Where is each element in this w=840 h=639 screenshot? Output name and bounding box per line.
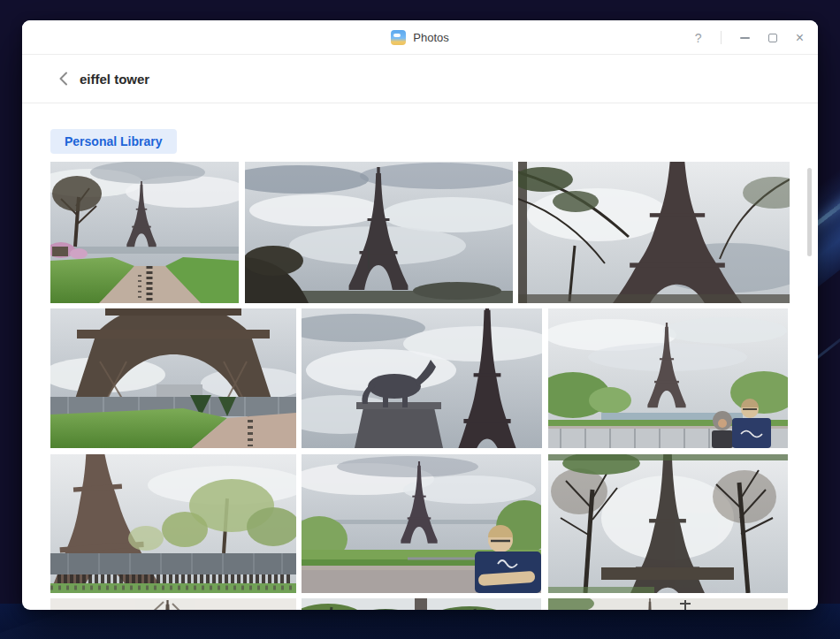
photo-thumbnail[interactable] (50, 308, 296, 448)
photo-thumbnail[interactable] (518, 162, 790, 303)
vertical-scrollbar[interactable] (807, 168, 812, 256)
photo-thumbnail[interactable] (548, 308, 788, 448)
photo-thumbnail[interactable] (302, 598, 541, 610)
photos-app-window: Photos ? × eiffel tower Personal Library (22, 20, 818, 610)
photo-thumbnail[interactable] (50, 454, 296, 593)
photo-thumbnail[interactable] (50, 162, 239, 303)
photo-thumbnail[interactable] (245, 162, 513, 303)
photo-grid (22, 20, 818, 610)
photo-thumbnail[interactable] (548, 454, 788, 593)
photo-thumbnail[interactable] (302, 454, 541, 593)
photo-thumbnail[interactable] (50, 598, 296, 610)
photo-thumbnail[interactable] (548, 598, 788, 610)
photo-thumbnail[interactable] (302, 308, 542, 448)
